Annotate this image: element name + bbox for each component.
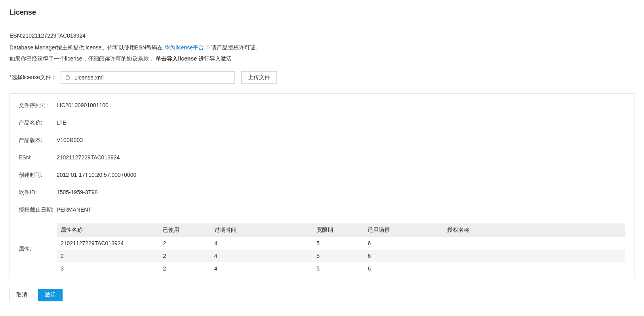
detail-value: LTE: [57, 119, 625, 127]
detail-value: 2012-01-17T10:20:57.000+0000: [57, 171, 625, 179]
detail-row-create-time: 创建时间: 2012-01-17T10:20:57.000+0000: [19, 171, 625, 189]
upload-button[interactable]: 上传文件: [241, 71, 277, 84]
intro-text-1b: 申请产品授权许可证。: [206, 44, 261, 51]
huawei-license-link[interactable]: 华为license平台: [164, 44, 204, 51]
table-cell: 4: [210, 262, 312, 275]
detail-label: 产品版本:: [19, 136, 57, 144]
intro-text-2a: 如果你已经获得了一个license，仔细阅读许可的协议条款，: [10, 55, 154, 62]
table-cell: 4: [210, 237, 312, 250]
table-cell: 5: [312, 250, 364, 262]
detail-label: 产品名称:: [19, 119, 57, 127]
table-header-grace: 宽限期: [312, 223, 364, 237]
detail-row-esn: ESN: 21021127229TAC013924: [19, 154, 625, 171]
table-cell: 2: [159, 262, 210, 275]
detail-value: LIC20100901001100: [57, 102, 625, 110]
cancel-button[interactable]: 取消: [10, 289, 34, 301]
file-icon: [65, 75, 70, 80]
table-cell: 3: [57, 262, 159, 275]
table-row: 21021127229TAC013924 2 4 5 6: [57, 237, 625, 250]
footer-actions: 取消 激活: [10, 289, 634, 301]
select-file-row: *选择license文件 : License.xml 上传文件: [10, 71, 634, 84]
detail-row-file-serial: 文件序列号: LIC20100901001100: [19, 102, 625, 119]
table-cell: 2: [57, 250, 159, 262]
license-page: License ESN:21021127229TAC013924 Databas…: [0, 0, 644, 311]
detail-label: 文件序列号:: [19, 102, 57, 110]
detail-attr-label: 属性:: [19, 245, 57, 253]
detail-label: ESN:: [19, 154, 57, 162]
page-title: License: [10, 8, 634, 17]
intro-text-2-bold: 单击导入license: [156, 55, 196, 62]
detail-label: 授权截止日期:: [19, 206, 57, 214]
detail-value: PERMANENT: [57, 206, 625, 214]
table-cell: 5: [312, 262, 364, 275]
esn-line: ESN:21021127229TAC013924: [10, 32, 634, 39]
intro-text-1a: Database Manager按主机提供license。你可以使用ESN号码在: [10, 44, 164, 51]
activate-button[interactable]: 激活: [38, 289, 63, 301]
file-input[interactable]: License.xml: [61, 71, 235, 84]
table-cell: 6: [364, 237, 443, 250]
table-cell: 6: [364, 262, 443, 275]
detail-value: 1505-1959-3T98: [57, 189, 625, 197]
attribute-table: 属性名称 已使用 过期时间 宽限期 适用场景 授权名称 21021127229T…: [57, 223, 625, 275]
table-cell: 2: [159, 237, 210, 250]
intro-text-2b: 进行导入激活: [198, 55, 232, 62]
table-header-row: 属性名称 已使用 过期时间 宽限期 适用场景 授权名称: [57, 223, 625, 237]
table-cell: [443, 250, 625, 262]
table-header-expire: 过期时间: [210, 223, 312, 237]
table-header-scene: 适用场景: [364, 223, 443, 237]
detail-row-attrs: 属性: 属性名称 已使用 过期时间 宽限期 适用场景 授权名称: [19, 223, 625, 275]
table-cell: 21021127229TAC013924: [57, 237, 159, 250]
detail-label: 创建时间:: [19, 171, 57, 179]
detail-row-product-version: 产品版本: V100R003: [19, 136, 625, 154]
detail-row-product-name: 产品名称: LTE: [19, 119, 625, 136]
esn-label: ESN:: [10, 32, 23, 39]
table-cell: 5: [312, 237, 364, 250]
table-header-auth-name: 授权名称: [443, 223, 625, 237]
detail-label: 软件ID:: [19, 189, 57, 197]
select-file-label: *选择license文件 :: [10, 74, 54, 81]
detail-row-authorize-end: 授权截止日期: PERMANENT: [19, 206, 625, 223]
detail-row-software-id: 软件ID: 1505-1959-3T98: [19, 189, 625, 206]
license-details-box: 文件序列号: LIC20100901001100 产品名称: LTE 产品版本:…: [10, 93, 634, 279]
table-row: 2 2 4 5 6: [57, 250, 625, 262]
table-row: 3 2 4 5 6: [57, 262, 625, 275]
table-cell: [443, 237, 625, 250]
select-file-label-text: 选择license文件 :: [11, 74, 54, 80]
table-cell: 6: [364, 250, 443, 262]
esn-value: 21021127229TAC013924: [23, 32, 86, 39]
table-header-attr-name: 属性名称: [57, 223, 159, 237]
detail-value: V100R003: [57, 136, 625, 144]
table-header-used: 已使用: [159, 223, 210, 237]
table-cell: 2: [159, 250, 210, 262]
file-name: License.xml: [74, 74, 104, 81]
table-cell: [443, 262, 625, 275]
intro-line-2: 如果你已经获得了一个license，仔细阅读许可的协议条款， 单击导入licen…: [10, 55, 634, 62]
table-cell: 4: [210, 250, 312, 262]
intro-line-1: Database Manager按主机提供license。你可以使用ESN号码在…: [10, 44, 634, 51]
detail-value: 21021127229TAC013924: [57, 154, 625, 162]
